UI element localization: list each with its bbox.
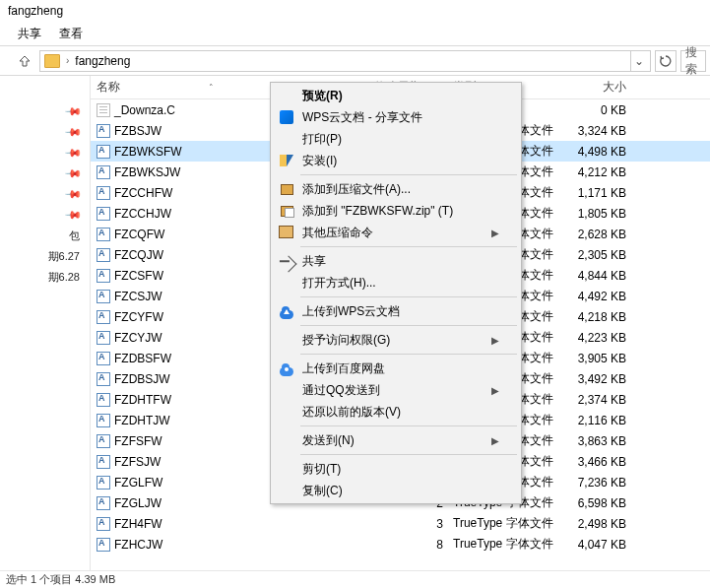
file-size: 4,844 KB [563,269,632,283]
file-row[interactable]: FZH4FW3TrueType 字体文件2,498 KB [91,513,710,534]
separator [300,454,517,455]
file-name: FZDBSJW [114,372,170,386]
font-file-icon [97,455,110,469]
menu-send-to[interactable]: 发送到(N)▶ [273,429,519,451]
file-size: 4,212 KB [563,165,632,179]
file-name: FZCSFW [114,269,163,283]
quick-access-item[interactable]: 期6.28 [0,267,90,288]
file-size: 4,218 KB [563,310,632,324]
menu-grant-access[interactable]: 授予访问权限(G)▶ [273,329,519,351]
cloud-baidu-icon [280,367,293,376]
wps-icon [280,110,293,124]
quick-access-item[interactable]: 📌 [0,122,90,143]
file-row[interactable]: FZHCJW8TrueType 字体文件4,047 KB [91,534,710,555]
menu-install[interactable]: 安装(I) [273,150,519,171]
font-file-icon [97,393,110,407]
font-file-icon [97,310,110,324]
file-size: 1,805 KB [563,207,632,221]
separator [300,246,517,247]
search-input[interactable]: 搜索 [680,50,706,72]
file-size: 2,116 KB [563,414,632,427]
quick-access-item[interactable]: 📌 [0,205,90,226]
refresh-button[interactable] [655,50,677,72]
file-name: FZH4FW [114,517,162,531]
file-size: 3,863 KB [563,434,632,448]
pin-icon: 📌 [63,206,82,225]
menu-copy[interactable]: 复制(C) [273,480,519,501]
file-name: FZHCJW [114,538,162,552]
file-type: TrueType 字体文件 [447,515,563,532]
menu-restore[interactable]: 还原以前的版本(V) [273,401,519,423]
menu-share[interactable]: 共享 [273,250,519,272]
separator [300,354,517,355]
font-file-icon [97,207,110,221]
quick-access-item[interactable]: 包 [0,226,90,246]
file-name: FZCCHFW [114,186,172,200]
archive-stack-icon [281,228,293,238]
quick-access-item[interactable]: 📌 [0,143,90,163]
file-name: FZGLJW [114,496,161,510]
quick-access-item[interactable]: 📌 [0,184,90,205]
menu-other-zip[interactable]: 其他压缩命令▶ [273,222,519,243]
address-dropdown[interactable]: ⌄ [630,50,646,72]
breadcrumb-segment[interactable]: fangzheng [75,54,130,68]
pin-icon: 📌 [63,123,82,142]
menu-preview[interactable]: 预览(R) [273,85,519,106]
breadcrumb[interactable]: › fangzheng ⌄ [39,50,651,72]
window-title: fangzheng [8,4,63,18]
file-type: TrueType 字体文件 [447,536,563,553]
file-size: 3,905 KB [563,352,632,365]
file-size: 0 KB [563,103,632,117]
up-button[interactable] [14,50,35,72]
file-size: 4,492 KB [563,290,632,303]
separator [300,425,517,426]
file-name: FZCCHJW [114,207,171,221]
window-titlebar: fangzheng [0,0,710,22]
file-name: FZBWKSFW [114,145,182,159]
quick-access-item[interactable]: 📌 [0,163,90,184]
address-bar: › fangzheng ⌄ 搜索 [0,46,710,76]
file-size: 7,236 KB [563,476,632,490]
file-size: 3,466 KB [563,455,632,469]
file-name: FZBSJW [114,124,161,138]
separator [300,296,517,297]
menu-cut[interactable]: 剪切(T) [273,458,519,480]
file-name: FZCYFW [114,310,163,324]
chevron-right-icon: › [66,55,69,66]
cloud-wps-icon [280,310,293,319]
menu-add-zip[interactable]: 添加到 "FZBWKSFW.zip" (T) [273,200,519,222]
archive-zip-icon [281,206,293,217]
submenu-arrow-icon: ▶ [491,435,499,446]
menu-wps-share[interactable]: WPS云文档 - 分享文件 [273,106,519,128]
menu-open-with[interactable]: 打开方式(H)... [273,272,519,294]
file-size: 3,324 KB [563,124,632,138]
file-name: FZGLFW [114,476,162,490]
menu-print[interactable]: 打印(P) [273,128,519,150]
file-name: FZFSJW [114,455,161,469]
quick-access-item[interactable]: 期6.27 [0,246,90,267]
text-file-icon [97,103,110,117]
menu-upload-wps[interactable]: 上传到WPS云文档 [273,300,519,322]
separator [300,325,517,326]
font-file-icon [97,228,110,241]
font-file-icon [97,269,110,283]
font-file-icon [97,124,110,138]
file-size: 4,047 KB [563,538,632,552]
menu-send-qq[interactable]: 通过QQ发送到▶ [273,379,519,401]
file-name: FZCQFW [114,228,164,241]
col-header-size[interactable]: 大小 [563,79,632,96]
quick-access-item[interactable]: 📌 [0,101,90,122]
file-name: _Downza.C [114,103,175,117]
tab-share[interactable]: 共享 [18,26,41,42]
file-list-pane: 名称 ˄ 修改日期 类型 大小 _Downza.CCN 文件0 KBFZBSJW… [91,76,710,570]
font-file-icon [97,372,110,386]
sort-indicator-icon: ˄ [209,83,214,93]
menu-upload-baidu[interactable]: 上传到百度网盘 [273,358,519,379]
archive-icon [281,184,293,195]
tab-view[interactable]: 查看 [59,26,83,42]
pin-icon: 📌 [63,102,82,121]
font-file-icon [97,476,110,490]
file-size: 1,171 KB [563,186,632,200]
menu-add-archive[interactable]: 添加到压缩文件(A)... [273,178,519,200]
file-date: 8 [368,538,447,552]
